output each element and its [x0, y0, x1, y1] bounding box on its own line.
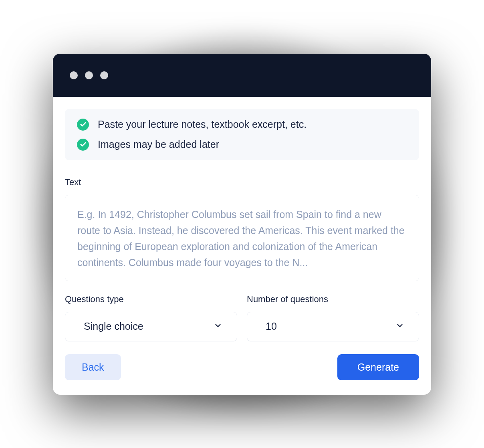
- info-row: Paste your lecture notes, textbook excer…: [77, 119, 407, 131]
- number-of-questions-col: Number of questions 10: [247, 294, 419, 341]
- traffic-light-close[interactable]: [70, 71, 78, 79]
- questions-type-value: Single choice: [84, 321, 143, 332]
- check-circle-icon: [77, 119, 89, 131]
- window-titlebar: [53, 54, 431, 97]
- questions-type-select[interactable]: Single choice: [65, 312, 237, 341]
- info-text: Images may be added later: [98, 139, 219, 150]
- number-of-questions-select[interactable]: 10: [247, 312, 419, 341]
- chevron-down-icon: [214, 321, 222, 332]
- number-of-questions-label: Number of questions: [247, 294, 419, 305]
- info-row: Images may be added later: [77, 139, 407, 151]
- options-row: Questions type Single choice Number of q…: [65, 294, 419, 341]
- traffic-light-maximize[interactable]: [100, 71, 108, 79]
- questions-type-label: Questions type: [65, 294, 237, 305]
- text-input[interactable]: [65, 195, 419, 281]
- generate-button[interactable]: Generate: [337, 354, 419, 380]
- check-circle-icon: [77, 139, 89, 151]
- traffic-light-minimize[interactable]: [85, 71, 93, 79]
- number-of-questions-value: 10: [266, 321, 277, 332]
- back-button[interactable]: Back: [65, 354, 121, 380]
- app-window: Paste your lecture notes, textbook excer…: [53, 54, 431, 395]
- button-row: Back Generate: [65, 354, 419, 380]
- questions-type-col: Questions type Single choice: [65, 294, 237, 341]
- main-content: Paste your lecture notes, textbook excer…: [53, 97, 431, 395]
- chevron-down-icon: [395, 321, 404, 332]
- text-label: Text: [65, 177, 419, 188]
- info-panel: Paste your lecture notes, textbook excer…: [65, 109, 419, 160]
- info-text: Paste your lecture notes, textbook excer…: [98, 119, 307, 130]
